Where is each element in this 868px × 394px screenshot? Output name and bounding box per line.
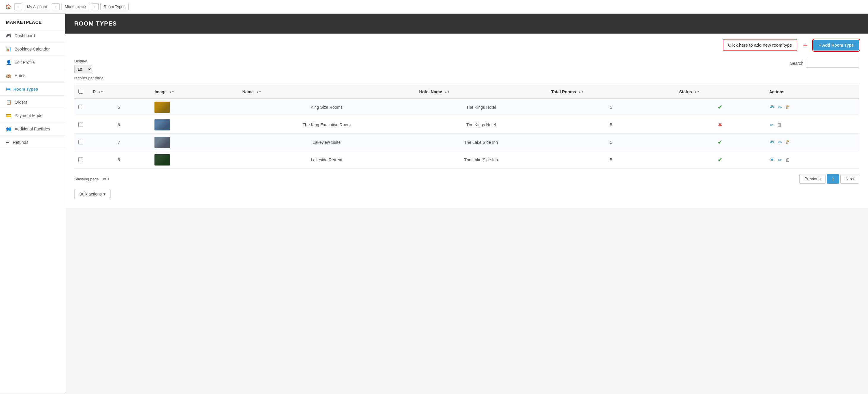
view-button-5[interactable]: 👁 bbox=[769, 104, 775, 111]
cell-actions-6: ✏🗑 bbox=[765, 116, 859, 134]
sort-status-icon[interactable]: ▲▼ bbox=[694, 91, 700, 93]
display-section: Display 10 25 50 100 records per page bbox=[74, 59, 103, 80]
th-actions: Actions bbox=[765, 85, 859, 99]
action-btns-6: ✏🗑 bbox=[769, 122, 855, 128]
cell-id-5: 5 bbox=[87, 98, 150, 116]
table-row: 5King Size RoomsThe Kings Hotel5✔👁✏🗑 bbox=[74, 98, 859, 116]
sidebar-item-refunds[interactable]: ↩Refunds bbox=[0, 136, 65, 149]
cell-hotelname-8: The Lake Side Inn bbox=[415, 151, 547, 169]
sidebar-item-room-types[interactable]: 🛏Room Types bbox=[0, 83, 65, 96]
bulk-actions-button[interactable]: Bulk actions ▾ bbox=[74, 189, 111, 199]
status-cross-icon: ✖ bbox=[718, 122, 722, 127]
display-label: Display bbox=[74, 59, 103, 63]
sidebar-item-payment-mode[interactable]: 💳Payment Mode bbox=[0, 109, 65, 122]
home-icon[interactable]: 🏠 bbox=[5, 4, 11, 9]
cell-hotelname-6: The Kings Hotel bbox=[415, 116, 547, 134]
cell-image-6 bbox=[150, 116, 238, 134]
dashboard-icon: 🎮 bbox=[6, 33, 11, 38]
roomtypes-icon: 🛏 bbox=[6, 87, 10, 92]
delete-button-5[interactable]: 🗑 bbox=[785, 104, 791, 111]
row-checkbox-6[interactable] bbox=[79, 122, 83, 127]
cell-id-6: 6 bbox=[87, 116, 150, 134]
controls-row: Display 10 25 50 100 records per page Se… bbox=[74, 59, 859, 80]
search-label: Search bbox=[790, 61, 803, 66]
records-per-page-label: records per page bbox=[74, 76, 103, 80]
status-check-icon: ✔ bbox=[718, 157, 722, 163]
search-section: Search bbox=[790, 59, 859, 68]
delete-button-7[interactable]: 🗑 bbox=[785, 139, 791, 146]
arrow-icon: ← bbox=[802, 41, 809, 49]
cell-actions-5: 👁✏🗑 bbox=[765, 98, 859, 116]
sort-hotelname-icon[interactable]: ▲▼ bbox=[444, 91, 450, 93]
table-footer: Showing page 1 of 1 Previous 1 Next bbox=[74, 174, 859, 184]
room-image-6 bbox=[154, 119, 170, 130]
next-button[interactable]: Next bbox=[840, 174, 859, 184]
add-room-row: Click here to add new room type ← + Add … bbox=[74, 39, 859, 54]
previous-button[interactable]: Previous bbox=[799, 174, 826, 184]
row-checkbox-7[interactable] bbox=[79, 140, 83, 144]
sidebar-item-dashboard[interactable]: 🎮Dashboard bbox=[0, 29, 65, 42]
breadcrumb-item-roomtypes[interactable]: › Room Types bbox=[89, 3, 129, 10]
delete-button-8[interactable]: 🗑 bbox=[785, 157, 791, 163]
sort-image-icon[interactable]: ▲▼ bbox=[169, 91, 174, 93]
select-all-checkbox[interactable] bbox=[79, 89, 83, 94]
delete-button-6[interactable]: 🗑 bbox=[776, 122, 782, 128]
pagination: Previous 1 Next bbox=[799, 174, 859, 184]
breadcrumb-item-marketplace[interactable]: › Marketplace bbox=[50, 3, 89, 10]
sidebar-item-bookings-calender[interactable]: 📊Bookings Calender bbox=[0, 42, 65, 56]
main-content: ROOM TYPES Click here to add new room ty… bbox=[65, 14, 868, 393]
th-name: Name ▲▼ bbox=[238, 85, 415, 99]
refunds-icon: ↩ bbox=[6, 140, 10, 145]
data-table: ID ▲▼ Image ▲▼ Name ▲▼ Hotel Name ▲▼ Tot bbox=[74, 85, 859, 169]
view-button-8[interactable]: 👁 bbox=[769, 157, 775, 163]
display-select-wrap: 10 25 50 100 bbox=[74, 65, 103, 73]
cell-name-6: The King Executive Room bbox=[238, 116, 415, 134]
cell-image-7 bbox=[150, 134, 238, 151]
search-input[interactable] bbox=[806, 59, 859, 68]
edit-button-6[interactable]: ✏ bbox=[769, 122, 774, 128]
room-image-8 bbox=[154, 154, 170, 165]
view-button-7[interactable]: 👁 bbox=[769, 139, 775, 146]
th-select-all[interactable] bbox=[74, 85, 87, 99]
add-room-callout: Click here to add new room type bbox=[723, 39, 797, 51]
sidebar-item-edit-profile[interactable]: 👤Edit Profile bbox=[0, 56, 65, 69]
breadcrumb-item-myaccount[interactable]: › My Account bbox=[12, 3, 50, 10]
page-title: ROOM TYPES bbox=[74, 20, 117, 27]
showing-label: Showing page 1 of 1 bbox=[74, 177, 110, 181]
add-room-type-button[interactable]: + Add Room Type bbox=[813, 40, 859, 51]
cell-status-6: ✖ bbox=[675, 116, 765, 134]
sidebar-item-hotels[interactable]: 🏨Hotels bbox=[0, 69, 65, 83]
sidebar-item-orders[interactable]: 📋Orders bbox=[0, 96, 65, 109]
display-select[interactable]: 10 25 50 100 bbox=[74, 65, 92, 73]
cell-status-7: ✔ bbox=[675, 134, 765, 151]
sort-id-icon[interactable]: ▲▼ bbox=[98, 91, 103, 93]
cell-actions-8: 👁✏🗑 bbox=[765, 151, 859, 169]
cell-id-8: 8 bbox=[87, 151, 150, 169]
edit-button-7[interactable]: ✏ bbox=[777, 139, 782, 146]
bookings-icon: 📊 bbox=[6, 47, 11, 52]
hotels-icon: 🏨 bbox=[6, 73, 11, 79]
cell-totalrooms-8: 5 bbox=[547, 151, 675, 169]
th-image: Image ▲▼ bbox=[150, 85, 238, 99]
status-check-icon: ✔ bbox=[718, 104, 722, 110]
status-check-icon: ✔ bbox=[718, 139, 722, 145]
edit-button-5[interactable]: ✏ bbox=[777, 104, 782, 111]
bulk-actions-row: Bulk actions ▾ bbox=[74, 189, 859, 199]
room-image-7 bbox=[154, 137, 170, 148]
row-checkbox-8[interactable] bbox=[79, 157, 83, 162]
th-id: ID ▲▼ bbox=[87, 85, 150, 99]
cell-totalrooms-6: 5 bbox=[547, 116, 675, 134]
sort-name-icon[interactable]: ▲▼ bbox=[256, 91, 261, 93]
cell-totalrooms-5: 5 bbox=[547, 98, 675, 116]
action-btns-5: 👁✏🗑 bbox=[769, 104, 855, 111]
bulk-actions-dropdown-icon: ▾ bbox=[103, 192, 105, 196]
page-1-button[interactable]: 1 bbox=[827, 174, 839, 184]
cell-image-5 bbox=[150, 98, 238, 116]
profile-icon: 👤 bbox=[6, 60, 11, 65]
row-checkbox-5[interactable] bbox=[79, 104, 83, 109]
sidebar: MARKETPLACE 🎮Dashboard 📊Bookings Calende… bbox=[0, 14, 65, 393]
table-row: 6The King Executive RoomThe Kings Hotel5… bbox=[74, 116, 859, 134]
edit-button-8[interactable]: ✏ bbox=[777, 157, 782, 163]
sidebar-item-additional-facilities[interactable]: 👥Additional Facilities bbox=[0, 122, 65, 136]
sort-totalrooms-icon[interactable]: ▲▼ bbox=[578, 91, 584, 93]
